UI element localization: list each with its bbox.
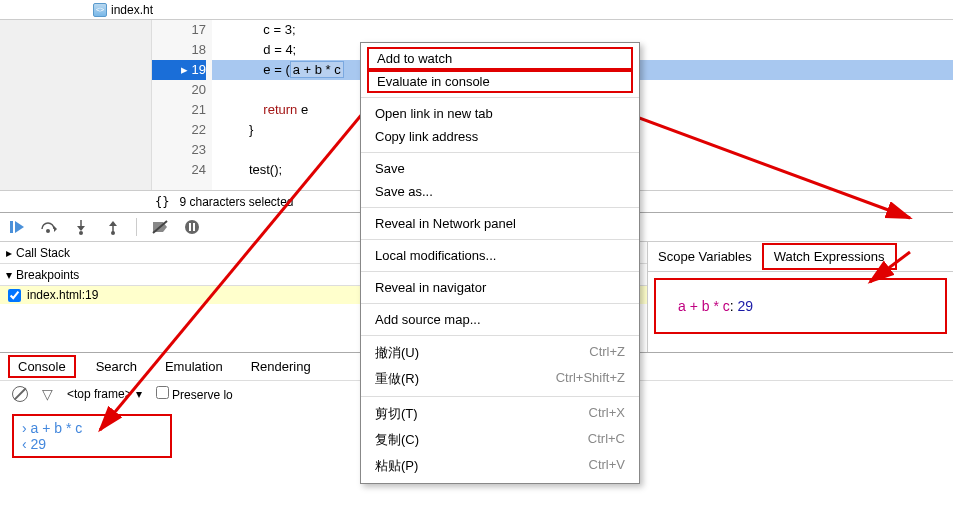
filter-icon[interactable]: ▽ [42, 386, 53, 402]
svg-marker-1 [15, 221, 24, 233]
toolbar-separator [136, 218, 137, 236]
dropdown-icon: ▾ [136, 387, 142, 401]
menu-shortcut: Ctrl+Shift+Z [556, 370, 625, 388]
resume-icon[interactable] [8, 218, 26, 236]
preserve-log-label[interactable]: Preserve lo [156, 386, 233, 402]
menu-item[interactable]: Evaluate in console [367, 70, 633, 93]
emulation-tab[interactable]: Emulation [157, 357, 231, 376]
svg-marker-8 [109, 221, 117, 226]
menu-shortcut: Ctrl+Z [589, 344, 625, 362]
rendering-tab[interactable]: Rendering [243, 357, 319, 376]
menu-item[interactable]: Reveal in navigator [361, 276, 639, 299]
menu-item-label: Copy link address [375, 129, 478, 144]
scope-variables-tab[interactable]: Scope Variables [648, 245, 762, 268]
search-tab[interactable]: Search [88, 357, 145, 376]
expand-icon: ▸ [6, 246, 12, 260]
braces-icon[interactable]: {} [155, 195, 169, 209]
svg-rect-0 [10, 221, 13, 233]
menu-item-label: Add to watch [377, 51, 452, 66]
menu-shortcut: Ctrl+V [589, 457, 625, 475]
menu-item[interactable]: Copy link address [361, 125, 639, 148]
context-menu: Add to watchEvaluate in consoleOpen link… [360, 42, 640, 484]
svg-point-6 [79, 231, 83, 235]
menu-item-label: 剪切(T) [375, 405, 418, 423]
watch-expressions-tab[interactable]: Watch Expressions [762, 243, 897, 270]
watch-expression-item[interactable]: a + b * c: 29 [654, 278, 947, 334]
menu-separator [361, 396, 639, 397]
current-line-marker: ▸ 19 [152, 60, 206, 80]
console-result-icon: ‹ [22, 436, 31, 452]
menu-item-label: Add source map... [375, 312, 481, 327]
svg-point-12 [185, 220, 199, 234]
menu-item[interactable]: Save as... [361, 180, 639, 203]
menu-separator [361, 97, 639, 98]
menu-separator [361, 239, 639, 240]
menu-item[interactable]: 撤消(U)Ctrl+Z [361, 340, 639, 366]
code-line: c = 3; [212, 20, 953, 40]
file-tab[interactable]: <> index.ht [85, 1, 161, 19]
menu-item[interactable]: Open link in new tab [361, 102, 639, 125]
menu-item-label: Open link in new tab [375, 106, 493, 121]
menu-item-label: 撤消(U) [375, 344, 419, 362]
menu-separator [361, 303, 639, 304]
menu-item-label: Reveal in Network panel [375, 216, 516, 231]
console-input-text: a + b * c [31, 420, 83, 436]
svg-marker-3 [54, 226, 57, 232]
menu-item-label: 粘贴(P) [375, 457, 418, 475]
console-result-text: 29 [31, 436, 47, 452]
line-numbers: 17 18 ▸ 19 20 21 22 23 24 [152, 20, 212, 190]
breakpoint-arrow-icon: ▸ [181, 60, 188, 80]
menu-item[interactable]: Save [361, 157, 639, 180]
watch-expr-text: a + b * c [678, 298, 730, 314]
selected-text: a + b * c [290, 61, 344, 78]
svg-rect-14 [193, 223, 195, 231]
menu-item-label: Reveal in navigator [375, 280, 486, 295]
file-tab-label: index.ht [111, 3, 153, 17]
deactivate-breakpoints-icon[interactable] [151, 218, 169, 236]
menu-item-label: Evaluate in console [377, 74, 490, 89]
debugger-right-panels: Scope Variables Watch Expressions a + b … [648, 242, 953, 352]
step-into-icon[interactable] [72, 218, 90, 236]
menu-item[interactable]: Reveal in Network panel [361, 212, 639, 235]
watch-expr-value: 29 [738, 298, 754, 314]
svg-marker-5 [77, 226, 85, 231]
editor-left-gutter [0, 20, 152, 190]
menu-separator [361, 207, 639, 208]
svg-point-2 [46, 229, 50, 233]
selection-status: 9 characters selected [179, 195, 293, 209]
menu-item-label: 复制(C) [375, 431, 419, 449]
menu-item-label: Save as... [375, 184, 433, 199]
step-over-icon[interactable] [40, 218, 58, 236]
collapse-icon: ▾ [6, 268, 12, 282]
preserve-log-checkbox[interactable] [156, 386, 169, 399]
file-tab-bar: <> index.ht [0, 0, 953, 20]
html-file-icon: <> [93, 3, 107, 17]
menu-item[interactable]: 重做(R)Ctrl+Shift+Z [361, 366, 639, 392]
svg-point-9 [111, 231, 115, 235]
menu-item[interactable]: 复制(C)Ctrl+C [361, 427, 639, 453]
menu-separator [361, 335, 639, 336]
pause-exceptions-icon[interactable] [183, 218, 201, 236]
clear-console-icon[interactable] [12, 386, 28, 402]
menu-separator [361, 271, 639, 272]
console-prompt-icon: › [22, 420, 31, 436]
menu-item[interactable]: 粘贴(P)Ctrl+V [361, 453, 639, 479]
menu-shortcut: Ctrl+C [588, 431, 625, 449]
menu-item-label: Save [375, 161, 405, 176]
menu-item[interactable]: 剪切(T)Ctrl+X [361, 401, 639, 427]
menu-shortcut: Ctrl+X [589, 405, 625, 423]
frame-selector[interactable]: <top frame> ▾ [67, 387, 142, 401]
svg-rect-13 [189, 223, 191, 231]
menu-item[interactable]: Add to watch [367, 47, 633, 70]
menu-item[interactable]: Local modifications... [361, 244, 639, 267]
step-out-icon[interactable] [104, 218, 122, 236]
menu-item[interactable]: Add source map... [361, 308, 639, 331]
menu-item-label: Local modifications... [375, 248, 496, 263]
breakpoint-checkbox[interactable] [8, 289, 21, 302]
menu-item-label: 重做(R) [375, 370, 419, 388]
menu-separator [361, 152, 639, 153]
console-tab[interactable]: Console [8, 355, 76, 378]
breakpoint-label: index.html:19 [27, 288, 98, 302]
